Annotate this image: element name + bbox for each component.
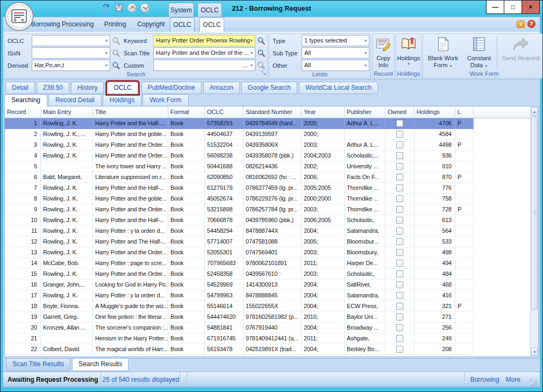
info-icon[interactable]: i [517,20,525,28]
owned-checkbox[interactable] [396,206,403,213]
owned-checkbox[interactable] [396,270,403,277]
maximize-button[interactable]: □ [504,1,522,14]
table-row[interactable]: 4Rowling, J. K.Harry Potter and the Orde… [5,151,474,161]
owned-checkbox[interactable] [396,324,403,331]
table-row[interactable]: 6Bald, Margaret.Literature suppressed on… [5,172,474,183]
constant-data-button[interactable]: Constant Data ▼ [462,35,496,70]
derived-input[interactable]: Har,Po,an,t ▼ [32,60,110,71]
tab-scan-title-results[interactable]: Scan Title Results [6,359,70,371]
search-icon[interactable] [256,61,266,70]
resize-grip[interactable] [530,379,538,387]
table-row[interactable]: 14McCabe, Bob.Harry Potter : page to scr… [5,258,474,269]
owned-checkbox[interactable] [396,217,403,224]
table-row[interactable]: 17Rowling, J. K.Harry Potter : y la orde… [5,290,474,301]
table-row[interactable]: 11Rowling, J. K.Harry Potter : y la orde… [5,226,474,237]
search-icon[interactable] [256,37,266,45]
owned-checkbox[interactable] [396,335,403,342]
tab-oclc[interactable]: OCLC [107,82,138,94]
minimize-button[interactable]: — [486,1,504,14]
scroll-up-button[interactable]: ▲ [531,107,538,116]
chevron-down-icon[interactable]: ▼ [362,48,369,58]
other-select[interactable]: All ▼ [302,60,369,71]
tab-searching[interactable]: Searching [4,94,47,106]
column-header-l[interactable]: L [455,106,474,118]
owned-checkbox[interactable] [396,346,403,353]
tab-record-detail[interactable]: Record Detail [48,94,102,106]
owned-checkbox[interactable] [396,260,403,267]
column-header-oclc[interactable]: OCLC [205,106,244,118]
owned-checkbox[interactable] [396,141,403,148]
column-header-filler[interactable] [474,106,530,118]
dialog-launcher-icon[interactable] [261,70,266,77]
table-row[interactable]: 9Rowling, J. K.Harry Potter and the Orde… [5,204,474,215]
tab-search-results[interactable]: Search Results [72,359,128,371]
column-header-record[interactable]: Record [5,106,41,118]
search-icon[interactable] [256,49,266,58]
scrollbar-thumb[interactable] [531,116,538,310]
tab-pubmed-docline[interactable]: PubMed/Docline [141,82,202,94]
chevron-down-icon[interactable]: ▼ [248,60,255,70]
owned-checkbox[interactable] [396,163,403,170]
tab-amazon[interactable]: Amazon [203,82,240,94]
holdings-button[interactable]: Holdings ▼ [397,35,420,70]
type-select[interactable]: 1 types selected ▼ [302,35,369,46]
owned-checkbox[interactable] [396,152,403,159]
chevron-down-icon[interactable]: ▼ [248,48,255,58]
tab-google-search[interactable]: Google Search [241,82,297,94]
search-icon[interactable] [111,61,121,70]
table-row[interactable]: 13Rowling, J. K.Harry Potter and the Ord… [5,247,474,258]
scan-title-input[interactable]: Harry Potter and the Order of the ... ▼ [153,47,255,59]
ribbon-tab-borrowing-processing[interactable]: Borrowing Processing [29,17,96,32]
tab-z39-50[interactable]: Z39.50 [37,82,69,94]
table-row[interactable]: 21Heroism in the Harry Potter...Book6719… [5,333,474,344]
blank-work-form-button[interactable]: Blank Work Form ▼ [424,35,462,70]
table-row[interactable]: 2Rowling, J. K., ...Harry Potter and the… [5,129,474,140]
custom-input[interactable]: … ▼ [153,60,255,71]
owned-checkbox[interactable] [396,184,403,191]
owned-checkbox[interactable] [396,238,403,245]
owned-checkbox[interactable] [396,303,403,310]
table-row[interactable]: 20Kronzek, Allan ...The sorcerer's compa… [5,323,474,333]
tab-worldcat-local-search[interactable]: WorldCat Local Search [299,82,378,94]
scrollbar-track[interactable] [531,116,538,347]
table-row[interactable]: 5The ivory tower and Harry ...Book504416… [5,161,474,172]
owned-checkbox[interactable] [396,174,403,181]
tab-detail[interactable]: Detail [5,82,35,94]
owned-checkbox[interactable] [396,292,403,299]
chevron-down-icon[interactable]: ▼ [103,60,110,70]
tab-work-form[interactable]: Work Form [142,94,188,106]
sub-type-select[interactable]: All ▼ [302,47,369,59]
owned-checkbox[interactable] [396,249,403,256]
owned-checkbox[interactable] [396,131,403,138]
ribbon-tab-copyright[interactable]: Copyright [134,17,168,32]
vertical-scrollbar[interactable]: ▲ ▼ [530,106,538,357]
owned-checkbox[interactable] [396,195,403,202]
owned-checkbox[interactable] [396,227,403,234]
isxn-input[interactable]: ▼ [32,47,110,59]
table-row[interactable]: 18Boyle, Fionna.A Muggle's guide to the … [5,301,474,312]
oclc-number-input[interactable]: ▼ [32,35,110,46]
module-name[interactable]: Borrowing [470,376,499,383]
chevron-down-icon[interactable]: ▼ [248,35,255,46]
ellipsis-icon[interactable]: … [242,60,248,70]
chevron-down-icon[interactable]: ▼ [103,35,110,46]
help-icon[interactable]: ? [527,20,535,28]
chevron-down-icon[interactable]: ▼ [103,48,110,58]
ribbon-tab-oclc[interactable]: OCLC [170,17,195,32]
close-button[interactable]: × [521,1,540,14]
keyword-input[interactable]: Harry Potter Order Phoenix Rowling ▼ [153,35,255,46]
search-icon[interactable] [111,49,121,58]
chevron-down-icon[interactable]: ▼ [362,60,369,70]
table-row[interactable]: 16Granger, John,...Looking for God in Ha… [5,280,474,290]
owned-checkbox[interactable] [396,281,403,288]
send-request-button[interactable]: Send Request [498,35,543,70]
column-header-holdings[interactable]: Holdings [415,106,455,118]
table-row[interactable]: 1Rowling, J. K.Harry Potter and the Half… [5,118,474,129]
scroll-down-button[interactable]: ▼ [531,347,538,356]
tab-holdings[interactable]: Holdings [103,94,142,106]
chevron-down-icon[interactable]: ▼ [362,35,369,46]
table-row[interactable]: 22Colbert, David.The magical worlds of H… [5,344,474,355]
search-icon[interactable] [111,37,121,45]
column-header-format[interactable]: Format [168,106,205,118]
table-row[interactable]: 15Rowling, J. K.Harry Potter and the Ord… [5,269,474,280]
